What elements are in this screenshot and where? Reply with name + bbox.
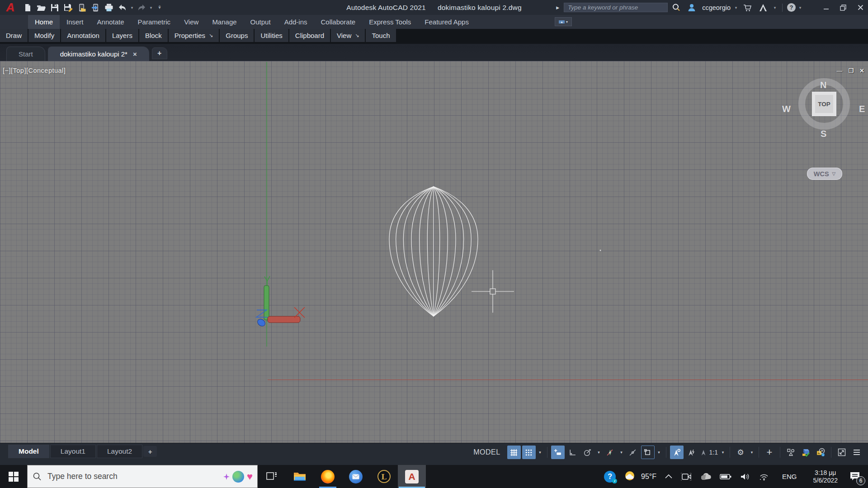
redo-dropdown-icon[interactable]: ▾ (148, 5, 154, 10)
help-dropdown-icon[interactable]: ▾ (797, 5, 803, 10)
customization-menu-icon[interactable] (850, 446, 863, 459)
save-to-mobile-icon[interactable] (89, 1, 102, 14)
object-snap-tracking-toggle[interactable] (626, 446, 640, 459)
ribbon-tab-view[interactable]: View (177, 15, 205, 29)
wcs-dropdown[interactable]: WCS ▽ (807, 168, 842, 180)
ribbon-panel-annotation[interactable]: Annotation (61, 29, 105, 42)
annotation-scale-control[interactable]: 1:1 ▾ (700, 449, 726, 456)
ribbon-panel-view[interactable]: View ↘ (331, 29, 365, 42)
ortho-mode-toggle[interactable] (566, 446, 580, 459)
snap-mode-toggle[interactable] (522, 446, 536, 459)
close-tab-icon[interactable]: × (133, 50, 137, 58)
ribbon-panel-layers[interactable]: Layers (106, 29, 138, 42)
search-expand-icon[interactable]: ▶ (553, 5, 562, 10)
ribbon-tab-parametric[interactable]: Parametric (131, 15, 178, 29)
window-restore-button[interactable] (835, 1, 851, 14)
ribbon-tab-express-tools[interactable]: Express Tools (362, 15, 418, 29)
ribbon-panel-clipboard[interactable]: Clipboard (289, 29, 330, 42)
ucs-icon[interactable] (256, 276, 305, 328)
ribbon-panel-draw[interactable]: Draw (0, 29, 28, 42)
ribbon-panel-utilities[interactable]: Utilities (255, 29, 288, 42)
snap-dropdown-icon[interactable]: ▾ (537, 450, 543, 455)
model-space-button[interactable]: MODEL (468, 446, 505, 459)
taskbar-app-firefox[interactable] (314, 465, 342, 488)
osnap-dropdown-icon[interactable]: ▾ (656, 450, 662, 455)
scale-dropdown-icon[interactable]: ▾ (720, 450, 726, 455)
ribbon-tab-add-ins[interactable]: Add-ins (278, 15, 314, 29)
viewcube-north[interactable]: N (820, 80, 826, 90)
save-as-icon[interactable] (61, 1, 75, 14)
viewport-controls-label[interactable]: [−][Top][Conceptual] (3, 67, 66, 74)
search-highlights-decoration[interactable]: ♥ (223, 471, 253, 483)
viewcube-south[interactable]: S (821, 129, 826, 139)
speaker-icon[interactable] (736, 465, 755, 488)
onedrive-icon[interactable] (696, 465, 716, 488)
clean-screen-icon[interactable] (835, 446, 849, 459)
action-center-button[interactable]: 6 (845, 465, 868, 488)
file-tab-dokimastiko-kaloupi-2-[interactable]: dokimastiko kaloupi 2* × (48, 47, 149, 61)
taskbar-app-thunderbird[interactable] (342, 465, 370, 488)
meet-now-icon[interactable] (677, 465, 696, 488)
signed-in-username[interactable]: ccgeorgio (700, 4, 731, 11)
ribbon-tab-manage[interactable]: Manage (205, 15, 243, 29)
clock-widget[interactable]: 3:18 μμ 5/6/2022 (806, 465, 846, 488)
hardware-acceleration-icon[interactable] (799, 446, 812, 459)
language-indicator[interactable]: ENG (774, 465, 806, 488)
weather-widget[interactable]: 95°F (620, 465, 660, 488)
viewcube-top-face[interactable]: TOP (812, 92, 836, 116)
undo-dropdown-icon[interactable]: ▾ (129, 5, 135, 10)
new-file-icon[interactable] (21, 1, 34, 14)
battery-icon[interactable] (716, 465, 736, 488)
ribbon-panel-modify[interactable]: Modify (28, 29, 60, 42)
layout-tab-model[interactable]: Model (8, 445, 49, 458)
open-from-mobile-icon[interactable] (75, 1, 89, 14)
ribbon-display-toggle[interactable]: ▲▾ (555, 17, 572, 26)
wifi-icon[interactable] (755, 465, 774, 488)
taskbar-search-box[interactable]: ♥ (27, 465, 258, 488)
open-file-icon[interactable] (34, 1, 48, 14)
graphics-performance-icon[interactable]: i (814, 446, 827, 459)
layout-tab-layout1[interactable]: Layout1 (50, 445, 96, 458)
undo-icon[interactable] (116, 1, 129, 14)
grid-display-toggle[interactable] (507, 446, 521, 459)
ribbon-tab-home[interactable]: Home (28, 15, 60, 29)
help-icon[interactable]: ? (787, 3, 796, 12)
customize-quick-access-icon[interactable]: ▾̄ (154, 5, 165, 10)
save-icon[interactable] (48, 1, 61, 14)
dynamic-input-toggle[interactable] (551, 446, 565, 459)
isometric-drafting-toggle[interactable] (604, 446, 617, 459)
window-close-button[interactable] (853, 1, 868, 14)
keyword-search-input[interactable] (564, 3, 668, 12)
annotation-monitor-icon[interactable]: + (763, 446, 776, 459)
viewcube-west[interactable]: W (782, 104, 791, 114)
ribbon-tab-collaborate[interactable]: Collaborate (314, 15, 362, 29)
polar-tracking-toggle[interactable] (581, 446, 594, 459)
ribbon-tab-insert[interactable]: Insert (60, 15, 90, 29)
ribbon-tab-featured-apps[interactable]: Featured Apps (418, 15, 476, 29)
annotation-autoscale-toggle[interactable] (685, 446, 698, 459)
ribbon-tab-annotate[interactable]: Annotate (90, 15, 131, 29)
taskbar-app-task-view[interactable] (258, 465, 286, 488)
new-drawing-tab-button[interactable]: + (152, 47, 167, 59)
redo-icon[interactable] (135, 1, 148, 14)
ribbon-panel-block[interactable]: Block (139, 29, 168, 42)
user-avatar-icon[interactable] (685, 1, 698, 14)
ribbon-panel-properties[interactable]: Properties ↘ (169, 29, 219, 42)
annotation-visibility-toggle[interactable] (670, 446, 684, 459)
autodesk-logo-icon[interactable] (756, 1, 770, 14)
viewcube-east[interactable]: E (859, 104, 865, 114)
layout-tab-layout2[interactable]: Layout2 (97, 445, 142, 458)
start-button[interactable] (0, 465, 27, 488)
user-dropdown-icon[interactable]: ▾ (733, 5, 739, 10)
autodesk-dropdown-icon[interactable]: ▾ (772, 5, 778, 10)
app-store-cart-icon[interactable] (741, 1, 754, 14)
taskbar-search-input[interactable] (47, 472, 218, 481)
search-icon[interactable] (670, 1, 683, 14)
autocad-app-logo[interactable]: A (0, 0, 21, 15)
workspace-gear-icon[interactable]: ⚙ (734, 446, 747, 459)
window-minimize-button[interactable] (818, 1, 834, 14)
get-help-icon[interactable]: ?i (600, 465, 620, 488)
workspace-dropdown-icon[interactable]: ▾ (749, 450, 755, 455)
viewcube[interactable]: N S W E TOP (790, 70, 858, 138)
new-layout-button[interactable]: + (143, 446, 157, 457)
